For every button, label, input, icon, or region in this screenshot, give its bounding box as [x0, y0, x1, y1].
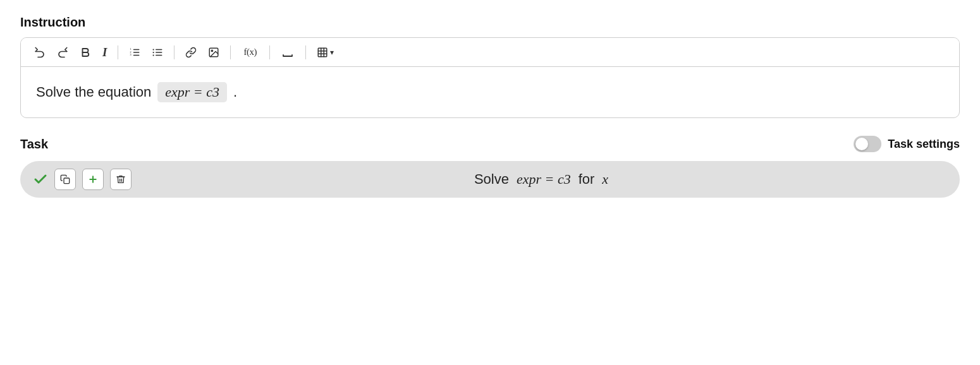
task-math-expr: expr = c3 [517, 171, 571, 188]
svg-rect-19 [64, 178, 70, 184]
task-solve-text: Solve [474, 171, 509, 188]
task-label: Task [20, 137, 48, 152]
formula-label: f(x) [243, 47, 257, 57]
undo-button[interactable] [30, 44, 50, 61]
svg-rect-14 [318, 48, 327, 57]
image-button[interactable] [204, 44, 224, 61]
task-settings-group: Task settings [854, 136, 960, 152]
task-check-icon [33, 172, 48, 187]
task-settings-toggle[interactable] [854, 136, 881, 152]
task-for-text: for [579, 171, 595, 188]
svg-point-13 [212, 50, 213, 51]
svg-text:1: 1 [130, 48, 132, 51]
formula-button[interactable]: f(x) [237, 44, 263, 60]
editor-content[interactable]: Solve the equation expr = c3 . [21, 67, 959, 117]
delete-button[interactable] [110, 169, 132, 190]
divider-1 [118, 45, 118, 59]
bold-button[interactable] [75, 44, 95, 61]
link-button[interactable] [181, 44, 201, 61]
task-row: Solve expr = c3 for x [20, 161, 960, 198]
divider-4 [269, 45, 270, 59]
redo-button[interactable] [52, 44, 73, 61]
unordered-list-button[interactable] [147, 44, 168, 61]
divider-5 [305, 45, 306, 59]
copy-button[interactable] [54, 169, 76, 190]
space-button[interactable] [276, 44, 299, 61]
period-text: . [233, 84, 237, 100]
math-expression[interactable]: expr = c3 [157, 82, 227, 102]
task-content: Solve expr = c3 for x [138, 171, 947, 188]
ordered-list-button[interactable]: 1 2 3 [125, 44, 145, 61]
add-button[interactable] [82, 169, 104, 190]
task-section: Task Task settings [20, 136, 960, 198]
task-settings-label: Task settings [888, 138, 960, 151]
svg-text:3: 3 [130, 54, 132, 56]
editor-container: I 1 2 3 [20, 37, 960, 118]
instruction-section: Instruction [20, 15, 960, 118]
svg-point-10 [153, 51, 154, 52]
task-variable: x [602, 171, 608, 188]
divider-3 [230, 45, 231, 59]
instruction-label: Instruction [20, 15, 960, 30]
italic-button[interactable]: I [98, 43, 111, 61]
instruction-text: Solve the equation [36, 84, 151, 100]
svg-point-9 [153, 49, 154, 50]
svg-point-11 [153, 54, 154, 56]
table-button[interactable]: ▾ [312, 44, 338, 61]
toolbar: I 1 2 3 [21, 38, 959, 67]
svg-text:2: 2 [130, 51, 132, 53]
table-dropdown-arrow: ▾ [330, 49, 334, 56]
task-header: Task Task settings [20, 136, 960, 152]
divider-2 [174, 45, 175, 59]
